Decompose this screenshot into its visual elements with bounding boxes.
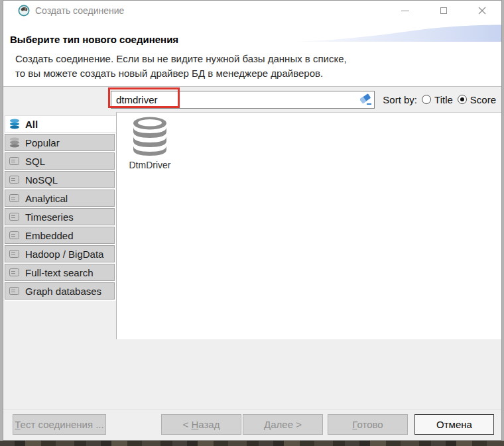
sidebar-item-analytical[interactable]: Analytical [5, 190, 115, 207]
database-stack-gray-icon [9, 137, 20, 148]
window-controls [386, 1, 501, 21]
content-area: Sort by: Title Score [3, 86, 501, 440]
page-description: Создать соединение. Если вы не видите ну… [15, 52, 347, 81]
driver-item-dtmdriver[interactable]: DtmDriver [123, 116, 177, 170]
sidebar-item-label: Graph databases [25, 286, 101, 297]
sidebar-item-hadoop-bigdata[interactable]: Hadoop / BigData [5, 245, 115, 262]
button-text: Отмена [436, 419, 472, 430]
sort-option-title[interactable]: Title [422, 94, 453, 105]
sidebar-item-label: All [25, 119, 38, 130]
button-accel: Т [15, 419, 20, 430]
sidebar-item-label: Analytical [25, 193, 68, 204]
button-text: азад [198, 419, 220, 430]
category-icon [9, 174, 20, 185]
sort-by-group: Sort by: Title Score [383, 87, 496, 112]
sidebar-item-label: Full-text search [25, 267, 94, 278]
eraser-icon [359, 93, 373, 106]
sidebar-item-graph-databases[interactable]: Graph databases [5, 282, 115, 300]
category-sidebar: All Popular SQL [5, 115, 116, 301]
next-button[interactable]: Далее > [243, 414, 323, 435]
filter-bar: Sort by: Title Score [3, 87, 501, 112]
title-bar[interactable]: Создать соединение [3, 1, 501, 21]
close-icon [478, 7, 486, 15]
sort-by-label: Sort by: [383, 94, 417, 105]
driver-item-label: DtmDriver [123, 160, 177, 170]
desktop-background-strip [0, 441, 504, 446]
button-text: отово [357, 419, 383, 430]
description-line-1: Создать соединение. Если вы не видите ну… [15, 52, 347, 66]
database-icon [131, 116, 168, 157]
category-icon [9, 267, 20, 278]
finish-button[interactable]: Готово [328, 414, 408, 435]
sidebar-item-label: Popular [25, 137, 60, 148]
button-accel: Д [264, 419, 271, 430]
database-stack-blue-icon [9, 119, 20, 129]
dbeaver-logo-icon [18, 5, 30, 17]
minimize-icon [401, 11, 409, 11]
sort-option-title-label: Title [434, 94, 453, 105]
category-icon [9, 230, 20, 241]
create-connection-dialog: Создать соединение Выберит [3, 0, 502, 441]
page-title: Выберите тип нового соединения [10, 34, 178, 45]
sidebar-item-label: Timeseries [25, 211, 74, 223]
sidebar-item-label: NoSQL [25, 174, 58, 186]
category-icon [9, 249, 20, 259]
category-icon [9, 286, 20, 296]
sidebar-item-label: Embedded [25, 230, 74, 241]
sidebar-item-timeseries[interactable]: Timeseries [5, 208, 115, 225]
driver-search-input[interactable] [111, 91, 375, 109]
sidebar-item-nosql[interactable]: NoSQL [5, 171, 115, 188]
minimize-button[interactable] [386, 1, 424, 21]
maximize-icon [440, 7, 447, 14]
sidebar-item-all[interactable]: All [5, 115, 116, 133]
sidebar-item-fulltext-search[interactable]: Full-text search [5, 264, 115, 281]
category-icon [9, 156, 20, 166]
category-icon [9, 193, 20, 203]
button-text: < [183, 419, 192, 430]
banner-swoosh-decoration [283, 25, 501, 42]
clear-search-button[interactable] [359, 93, 373, 106]
sort-option-score[interactable]: Score [458, 94, 496, 105]
window-title: Создать соединение [35, 5, 124, 16]
footer-separator [3, 410, 501, 410]
close-button[interactable] [463, 1, 501, 21]
button-accel: Н [191, 419, 198, 430]
sidebar-item-embedded[interactable]: Embedded [5, 227, 115, 244]
sidebar-item-label: Hadoop / BigData [25, 249, 103, 260]
back-button[interactable]: < Назад [161, 414, 241, 435]
sort-option-score-label: Score [470, 94, 496, 105]
sidebar-item-label: SQL [25, 156, 45, 167]
sidebar-item-sql[interactable]: SQL [5, 152, 115, 170]
button-text: ест соединения ... [21, 419, 104, 430]
test-connection-button[interactable]: Тест соединения ... [13, 414, 106, 435]
wizard-header: Выберите тип нового соединения Создать с… [3, 21, 501, 85]
cancel-button[interactable]: Отмена [414, 414, 494, 435]
description-line-2: то вы можете создать новый драйвер БД в … [15, 66, 347, 81]
button-text: алее > [271, 419, 302, 430]
sidebar-item-popular[interactable]: Popular [5, 134, 115, 151]
radio-selected-icon [458, 95, 467, 104]
radio-unselected-icon [422, 95, 431, 104]
category-icon [9, 211, 20, 222]
maximize-button[interactable] [424, 1, 463, 21]
